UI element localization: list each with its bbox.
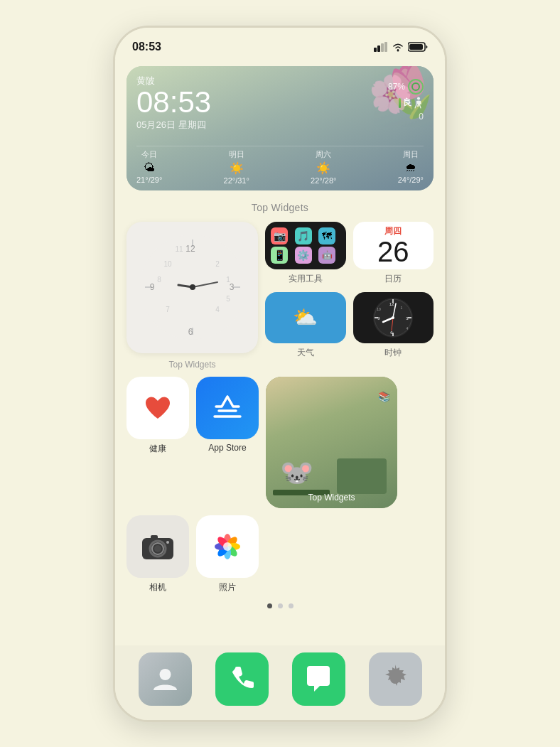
clock-small-widget[interactable]: 12 3 6 9 1 4 10 — [353, 292, 434, 343]
weather-time: 08:53 — [136, 87, 211, 117]
svg-point-62 — [159, 669, 171, 680]
dock-phone-icon[interactable] — [215, 652, 269, 706]
photos-label: 照片 — [219, 581, 236, 593]
air-quality-label: 良 — [403, 97, 411, 109]
dot-1 — [267, 603, 272, 608]
calendar-day: 26 — [377, 237, 409, 266]
photo-widget[interactable]: 🐭 📚 Top Widgets — [266, 377, 397, 508]
svg-point-27 — [190, 284, 195, 290]
svg-text:7: 7 — [166, 306, 170, 313]
forecast-day3: 周六 ☀️ 22°/28° — [311, 149, 336, 185]
weather-date: 05月26日 星期四 — [136, 119, 211, 131]
calendar-label: 日历 — [384, 273, 402, 285]
svg-text:4: 4 — [215, 306, 220, 313]
svg-text:3: 3 — [229, 282, 234, 292]
svg-text:4: 4 — [406, 326, 409, 330]
svg-text:12: 12 — [389, 302, 394, 306]
svg-point-61 — [223, 542, 232, 551]
clock-small-label: 时钟 — [384, 347, 402, 359]
health-label: 健康 — [149, 443, 166, 455]
svg-point-7 — [417, 97, 420, 100]
utility-icon-2: 🎵 — [295, 227, 312, 244]
svg-text:12: 12 — [185, 244, 195, 254]
svg-rect-51 — [151, 535, 158, 539]
steps-count: 0 — [419, 112, 424, 122]
svg-text:6: 6 — [188, 327, 193, 337]
utility-icon-5: ⚙️ — [295, 247, 312, 264]
svg-text:5: 5 — [226, 295, 230, 303]
weather-widget[interactable]: 🌷 🌸 黄陂 08:53 05月26日 星期四 87% — [126, 66, 434, 190]
svg-text:10: 10 — [163, 260, 172, 268]
appstore-label: App Store — [208, 443, 246, 453]
utility-widget[interactable]: 📷 🎵 🗺 📱 ⚙️ 🤖 — [265, 222, 346, 269]
app-icons-row2: 相机 — [126, 515, 434, 593]
wifi-icon — [392, 42, 404, 52]
health-app-icon[interactable] — [126, 377, 189, 439]
utility-icon-4: 📱 — [271, 247, 288, 264]
health-app-item[interactable]: 健康 — [126, 377, 189, 508]
svg-rect-3 — [384, 42, 387, 52]
svg-rect-1 — [377, 45, 380, 52]
walk-icon — [414, 97, 424, 109]
svg-text:9: 9 — [149, 282, 154, 292]
battery-icon — [408, 42, 428, 52]
battery-percent-weather: 87% — [388, 82, 405, 92]
section-label: Top Widgets — [126, 202, 434, 213]
svg-point-52 — [166, 541, 169, 544]
camera-app-item[interactable]: 相机 — [126, 515, 189, 593]
dock-contacts-icon[interactable] — [139, 652, 192, 706]
weather-small-label: 天气 — [297, 347, 314, 359]
status-icons — [374, 42, 428, 52]
appstore-icon[interactable] — [196, 377, 259, 439]
dot-3 — [289, 603, 294, 608]
forecast-day4: 周日 🌧 24°/29° — [398, 149, 424, 185]
camera-label: 相机 — [149, 581, 166, 593]
svg-point-50 — [154, 545, 161, 552]
svg-text:2: 2 — [215, 260, 220, 268]
svg-text:11: 11 — [175, 245, 183, 253]
utility-icon-1: 📷 — [271, 227, 288, 244]
clock-widget-label: Top Widgets — [168, 360, 215, 370]
svg-text:1: 1 — [401, 306, 403, 310]
weather-small-icon: ⛅ — [293, 306, 318, 329]
utility-widget-label: 实用工具 — [289, 273, 323, 285]
widgets-grid: 12 3 6 9 2 4 7 10 1 11 5 — [126, 222, 434, 370]
camera-icon[interactable] — [126, 515, 189, 578]
signal-icon — [374, 42, 388, 52]
photos-app-item[interactable]: 照片 — [196, 515, 259, 593]
svg-point-44 — [392, 316, 394, 319]
svg-text:10: 10 — [377, 307, 381, 311]
status-time: 08:53 — [132, 41, 161, 53]
svg-text:1: 1 — [226, 276, 230, 284]
clock-widget[interactable]: 12 3 6 9 2 4 7 10 1 11 5 — [126, 222, 258, 353]
svg-text:8: 8 — [157, 276, 161, 284]
forecast-today: 今日 🌤 21°/29° — [136, 149, 162, 185]
app-icons-row1: 健康 App Store — [126, 377, 434, 508]
appstore-app-item[interactable]: App Store — [196, 377, 259, 508]
svg-rect-6 — [409, 44, 423, 50]
utility-icon-6: 🤖 — [318, 247, 335, 264]
svg-rect-2 — [381, 43, 384, 52]
page-dots — [126, 603, 434, 608]
svg-point-4 — [397, 49, 399, 51]
photo-widget-label: Top Widgets — [271, 493, 392, 503]
dock-messages-icon[interactable] — [292, 652, 345, 706]
forecast-tomorrow: 明日 ☀️ 22°/31° — [224, 149, 249, 185]
svg-rect-0 — [374, 48, 377, 52]
calendar-weekday: 周四 — [384, 225, 402, 237]
calendar-widget[interactable]: 周四 26 — [353, 222, 434, 269]
utility-icon-3: 🗺 — [318, 227, 335, 244]
photos-icon[interactable] — [196, 515, 259, 578]
dock-settings-icon[interactable] — [369, 652, 422, 706]
dot-2 — [278, 603, 283, 608]
weather-small-widget[interactable]: ⛅ — [265, 292, 346, 343]
weather-forecast: 今日 🌤 21°/29° 明日 ☀️ 22°/31° 周六 ☀️ 22 — [136, 146, 424, 185]
dock — [115, 645, 445, 720]
